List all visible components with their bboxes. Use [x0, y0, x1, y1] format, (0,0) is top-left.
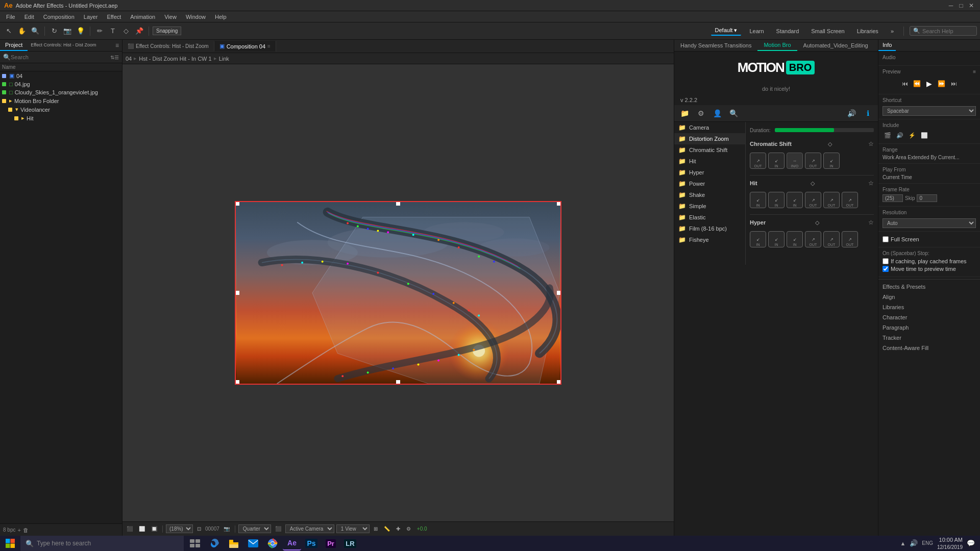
- mb-info-btn[interactable]: ℹ: [862, 107, 874, 119]
- vc-ruler[interactable]: 📏: [382, 525, 392, 532]
- preview-menu[interactable]: ≡: [973, 69, 976, 74]
- menu-help[interactable]: Help: [211, 13, 231, 21]
- workspace-learn[interactable]: Learn: [745, 27, 768, 35]
- preset-chromatic-out2[interactable]: ↗ OUT: [805, 153, 821, 169]
- zoom-select[interactable]: (18%) 25% 50% 100%: [166, 524, 193, 533]
- cat-chromatic-shift[interactable]: 📁 Chromatic Shift: [674, 144, 745, 156]
- preset-hit-in1[interactable]: ↙ IN: [750, 192, 766, 208]
- movetime-checkbox[interactable]: [883, 266, 889, 272]
- breadcrumb-04[interactable]: 04: [126, 56, 132, 62]
- handle-bm[interactable]: [396, 380, 400, 384]
- menu-window[interactable]: Window: [182, 13, 210, 21]
- quality-select[interactable]: Quarter Half Full: [238, 524, 271, 533]
- menu-composition[interactable]: Composition: [39, 13, 79, 21]
- preset-hyper-in3[interactable]: ↙ IN: [787, 231, 803, 247]
- workspace-standard[interactable]: Standard: [772, 27, 803, 35]
- prev-skip-start[interactable]: ⏮: [900, 79, 910, 89]
- view-count-select[interactable]: 1 View 2 Views 4 Views: [336, 524, 370, 533]
- comp-tab-menu[interactable]: ≡: [267, 43, 271, 49]
- vc-grid[interactable]: ⊞: [372, 525, 380, 532]
- rp-effects-presets[interactable]: Effects & Presets: [878, 282, 980, 292]
- rp-tracker[interactable]: Tracker: [878, 333, 980, 343]
- tool-hand[interactable]: ✋: [16, 26, 28, 37]
- pr-taskbar-btn[interactable]: Pr: [322, 536, 340, 550]
- project-item-hit[interactable]: ▸ Hit: [0, 114, 122, 122]
- vc-settings[interactable]: ⚙: [404, 525, 413, 532]
- menu-edit[interactable]: Edit: [20, 13, 38, 21]
- rp-paragraph[interactable]: Paragraph: [878, 322, 980, 333]
- cat-elastic[interactable]: 📁 Elastic: [674, 212, 745, 223]
- project-view-btn[interactable]: ☰: [114, 55, 119, 60]
- hyper-star[interactable]: ☆: [868, 219, 874, 226]
- tab-motion-bro[interactable]: Motion Bro: [757, 40, 797, 51]
- menu-file[interactable]: File: [2, 13, 19, 21]
- handle-tr[interactable]: [557, 202, 561, 206]
- breadcrumb-link[interactable]: Link: [219, 56, 229, 62]
- tab-handy-transitions[interactable]: Handy Seamless Transitions: [674, 40, 757, 51]
- project-item-04jpg[interactable]: □ 04.jpg: [0, 80, 122, 88]
- composition-view[interactable]: [235, 201, 561, 385]
- tool-light[interactable]: 💡: [75, 26, 86, 37]
- workspace-small-screen[interactable]: Small Screen: [807, 27, 848, 35]
- skip-input[interactable]: [917, 194, 937, 202]
- mb-folder-btn[interactable]: 📁: [678, 107, 691, 119]
- mb-search-btn[interactable]: 🔍: [727, 107, 740, 119]
- preset-chromatic-in1[interactable]: ↙ IN: [768, 153, 785, 169]
- ae-taskbar-btn[interactable]: Ae: [283, 536, 301, 550]
- rp-tab-info[interactable]: Info: [878, 40, 896, 51]
- cat-fisheye[interactable]: 📁 Fisheye: [674, 234, 745, 245]
- menu-view[interactable]: View: [160, 13, 181, 21]
- project-sort-btn[interactable]: ⇅: [110, 55, 114, 60]
- tool-selection[interactable]: ↖: [3, 26, 14, 37]
- preset-chromatic-inout[interactable]: ↔ IN/O: [787, 153, 803, 169]
- shortcut-dropdown[interactable]: Spacebar: [883, 106, 976, 116]
- cache-checkbox[interactable]: [883, 258, 889, 264]
- project-item-videolancer[interactable]: ▾ Videolancer: [0, 105, 122, 114]
- sys-expand[interactable]: ▲: [900, 540, 905, 546]
- tool-pen[interactable]: ✏: [94, 26, 105, 37]
- cat-distortion-zoom[interactable]: 📁 Distortion Zoom: [674, 133, 745, 144]
- handle-bl[interactable]: [235, 380, 239, 384]
- cat-hyper[interactable]: 📁 Hyper: [674, 167, 745, 178]
- tool-text[interactable]: T: [107, 26, 118, 37]
- inc-audio[interactable]: 🔊: [895, 130, 905, 140]
- project-item-04-comp[interactable]: ▣ 04: [0, 71, 122, 80]
- rp-content-aware[interactable]: Content-Aware Fill: [878, 343, 980, 353]
- tool-rotate[interactable]: ↻: [48, 26, 60, 37]
- vc-icons3[interactable]: 🔲: [149, 525, 159, 532]
- prev-step-back[interactable]: ⏪: [912, 79, 922, 89]
- chromatic-star[interactable]: ☆: [868, 140, 874, 147]
- preset-chromatic-in2[interactable]: ↙ IN: [823, 153, 840, 169]
- vc-guide[interactable]: ✚: [394, 525, 402, 532]
- cat-power[interactable]: 📁 Power: [674, 178, 745, 189]
- sys-volume[interactable]: 🔊: [910, 539, 918, 547]
- tab-automated-video[interactable]: Automated_Video_Editing: [797, 40, 874, 51]
- framerate-input[interactable]: [883, 194, 903, 202]
- prev-step-forward[interactable]: ⏩: [937, 79, 947, 89]
- cat-film[interactable]: 📁 Film (8-16 bpc): [674, 223, 745, 234]
- handle-tm[interactable]: [396, 202, 400, 206]
- mail-btn[interactable]: [244, 536, 262, 550]
- preset-hit-in2[interactable]: ↙ IN: [768, 192, 785, 208]
- workspace-libraries[interactable]: Libraries: [853, 27, 883, 35]
- cat-simple[interactable]: 📁 Simple: [674, 201, 745, 212]
- lr-taskbar-btn[interactable]: LR: [341, 536, 359, 550]
- vc-res[interactable]: ⬛: [273, 525, 283, 532]
- sys-notification[interactable]: 💬: [967, 539, 975, 547]
- mb-user-btn[interactable]: 👤: [711, 107, 723, 119]
- fullscreen-checkbox[interactable]: [883, 236, 889, 242]
- snapping-btn[interactable]: Snapping: [153, 27, 181, 35]
- preset-hit-in3[interactable]: ↙ IN: [787, 192, 803, 208]
- tab-composition[interactable]: ▣ Composition 04 ≡: [214, 41, 276, 52]
- search-input[interactable]: [922, 28, 973, 34]
- cat-hit[interactable]: 📁 Hit: [674, 156, 745, 167]
- minimize-btn[interactable]: ─: [946, 1, 955, 10]
- maximize-btn[interactable]: □: [957, 1, 966, 10]
- menu-effect[interactable]: Effect: [103, 13, 125, 21]
- project-item-mb-folder[interactable]: ▸ Motion Bro Folder: [0, 96, 122, 105]
- taskview-btn[interactable]: [186, 536, 204, 550]
- preset-hyper-in2[interactable]: ↙ IN: [768, 231, 785, 247]
- preset-hyper-out1[interactable]: ↗ OUT: [805, 231, 821, 247]
- tool-camera[interactable]: 📷: [62, 26, 73, 37]
- menu-animation[interactable]: Animation: [126, 13, 159, 21]
